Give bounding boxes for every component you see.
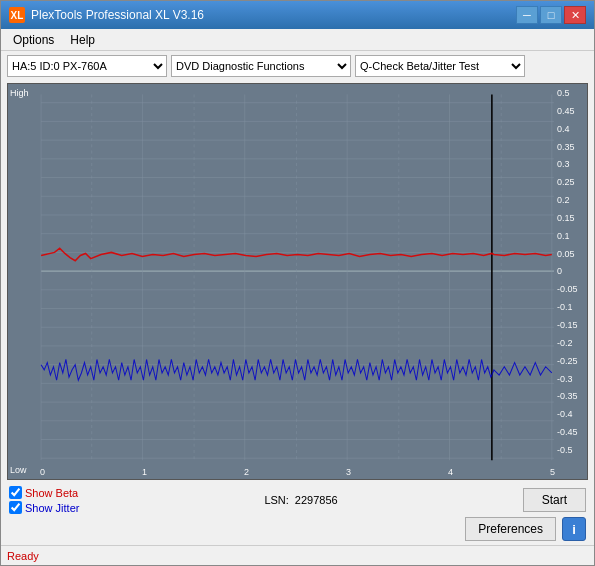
show-beta-label[interactable]: Show Beta [9, 486, 79, 499]
lsn-label: LSN: [264, 494, 288, 506]
menu-options[interactable]: Options [5, 31, 62, 49]
title-bar-controls: ─ □ ✕ [516, 6, 586, 24]
maximize-button[interactable]: □ [540, 6, 562, 24]
info-button[interactable]: i [562, 517, 586, 541]
y-left-low: Low [10, 465, 38, 475]
preferences-button[interactable]: Preferences [465, 517, 556, 541]
lsn-value: 2297856 [295, 494, 338, 506]
chart-svg [8, 84, 587, 479]
bottom-bar: Show Beta Show Jitter LSN: 2297856 Start… [1, 482, 594, 545]
show-jitter-label[interactable]: Show Jitter [9, 501, 79, 514]
toolbar: HA:5 ID:0 PX-760A DVD Diagnostic Functio… [1, 51, 594, 81]
status-bar: Ready [1, 545, 594, 565]
close-button[interactable]: ✕ [564, 6, 586, 24]
svg-rect-0 [8, 84, 587, 479]
bottom-row1: Show Beta Show Jitter LSN: 2297856 Start [9, 486, 586, 514]
main-window: XL PlexTools Professional XL V3.16 ─ □ ✕… [0, 0, 595, 566]
test-select[interactable]: Q-Check Beta/Jitter Test [355, 55, 525, 77]
y-left-high: High [10, 88, 38, 98]
x-axis-labels: 0 1 2 3 4 5 [40, 467, 555, 477]
window-title: PlexTools Professional XL V3.16 [31, 8, 204, 22]
lsn-info: LSN: 2297856 [264, 494, 337, 506]
minimize-button[interactable]: ─ [516, 6, 538, 24]
checkboxes-group: Show Beta Show Jitter [9, 486, 79, 514]
title-bar: XL PlexTools Professional XL V3.16 ─ □ ✕ [1, 1, 594, 29]
chart-container: High Low 0.5 0.45 0.4 0.35 0.3 0.25 0.2 … [7, 83, 588, 480]
y-axis-left: High Low [8, 84, 40, 479]
status-text: Ready [7, 550, 39, 562]
bottom-center: LSN: 2297856 [264, 494, 337, 506]
y-axis-right: 0.5 0.45 0.4 0.35 0.3 0.25 0.2 0.15 0.1 … [555, 84, 587, 459]
device-select[interactable]: HA:5 ID:0 PX-760A [7, 55, 167, 77]
start-button[interactable]: Start [523, 488, 586, 512]
bottom-row2: Preferences i [9, 517, 586, 541]
app-icon: XL [9, 7, 25, 23]
title-bar-left: XL PlexTools Professional XL V3.16 [9, 7, 204, 23]
show-beta-checkbox[interactable] [9, 486, 22, 499]
menu-bar: Options Help [1, 29, 594, 51]
function-select[interactable]: DVD Diagnostic Functions [171, 55, 351, 77]
show-jitter-checkbox[interactable] [9, 501, 22, 514]
menu-help[interactable]: Help [62, 31, 103, 49]
